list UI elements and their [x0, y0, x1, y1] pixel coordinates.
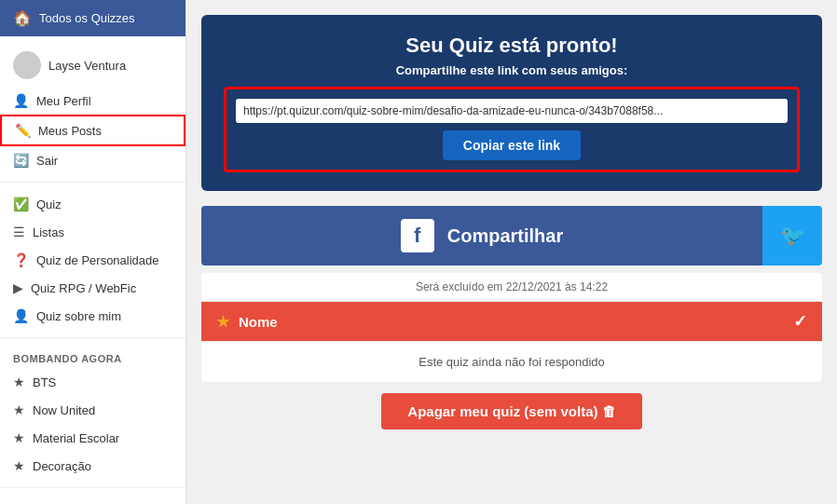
nome-star-icon: ★: [216, 313, 229, 331]
sidebar-item-listas[interactable]: ☰ Listas: [0, 218, 185, 246]
quiz-ready-title: Seu Quiz está pronto!: [224, 34, 800, 58]
sidebar-item-quiz-personalidade[interactable]: ❓ Quiz de Personalidade: [0, 246, 185, 274]
share-twitter-button[interactable]: 🐦: [762, 206, 822, 266]
sidebar-home-item[interactable]: 🏠 Todos os Quizzes: [0, 0, 185, 36]
logout-icon: 🔄: [13, 153, 29, 168]
star-empty-icon-3: ★: [13, 458, 25, 473]
sidebar-item-label: Listas: [33, 225, 64, 239]
star-empty-icon: ★: [13, 402, 25, 417]
nome-label: Nome: [239, 314, 278, 330]
sidebar-bombando-section: BOMBANDO AGORA ★ BTS ★ Now United ★ Mate…: [0, 338, 185, 488]
avatar: [13, 51, 41, 79]
nome-check-icon: ✓: [793, 311, 807, 332]
question-icon: ❓: [13, 252, 29, 267]
bombando-title: BOMBANDO AGORA: [0, 346, 185, 368]
list-icon: ☰: [13, 225, 25, 239]
sidebar-item-quiz-rpg[interactable]: ▶ Quiz RPG / WebFic: [0, 274, 185, 302]
play-icon: ▶: [13, 280, 23, 295]
sidebar-item-label: BTS: [33, 375, 56, 389]
quiz-icon: ✅: [13, 197, 29, 211]
quiz-not-answered: Este quiz ainda não foi respondido: [201, 341, 822, 382]
copy-link-button[interactable]: Copiar este link: [443, 130, 581, 160]
sidebar-item-quiz-sobre-mim[interactable]: 👤 Quiz sobre mim: [0, 302, 185, 330]
sidebar-item-label: Quiz RPG / WebFic: [31, 281, 136, 295]
delete-btn-row: Apagar meu quiz (sem volta) 🗑: [186, 382, 837, 441]
quiz-ready-subtitle: Compartilhe este link com seus amigos:: [224, 63, 800, 77]
delete-quiz-button[interactable]: Apagar meu quiz (sem volta) 🗑: [381, 393, 641, 429]
user-icon-2: 👤: [13, 308, 29, 323]
home-icon: 🏠: [13, 9, 32, 27]
sidebar-item-label: Quiz sobre mim: [36, 309, 121, 323]
sidebar-item-bts[interactable]: ★ BTS: [0, 368, 185, 396]
main-content: Seu Quiz está pronto! Compartilhe este l…: [186, 0, 837, 504]
nome-row: ★ Nome ✓: [201, 302, 822, 341]
sidebar-item-label: Quiz de Personalidade: [36, 253, 159, 267]
quiz-ready-card: Seu Quiz está pronto! Compartilhe este l…: [201, 15, 822, 191]
star-empty-icon-2: ★: [13, 430, 25, 445]
sidebar-item-label: Sair: [36, 154, 58, 168]
deletion-notice: Será excluído em 22/12/2021 às 14:22: [201, 273, 822, 302]
quiz-link-input[interactable]: [236, 99, 788, 123]
sidebar-item-label: Now United: [33, 403, 95, 417]
sidebar-item-label: Material Escolar: [33, 431, 119, 445]
sidebar-user: Layse Ventura: [0, 44, 185, 87]
sidebar-item-label: Quiz: [36, 198, 62, 211]
star-filled-icon: ★: [13, 375, 25, 389]
user-icon: 👤: [13, 93, 29, 108]
sidebar-item-quiz[interactable]: ✅ Quiz: [0, 190, 185, 218]
share-facebook-label: Compartilhar: [447, 225, 563, 247]
sidebar-item-material-escolar[interactable]: ★ Material Escolar: [0, 424, 185, 452]
share-facebook-button[interactable]: f Compartilhar: [201, 206, 762, 266]
sidebar-item-label: Decoração: [33, 459, 91, 473]
quiz-link-box: Copiar este link: [224, 87, 800, 172]
sidebar-item-sair[interactable]: 🔄 Sair: [0, 146, 185, 174]
sidebar-item-label: Meu Perfil: [36, 94, 91, 108]
twitter-icon: 🐦: [780, 224, 805, 248]
sidebar-create-section: ✅ Quiz ☰ Listas ❓ Quiz de Personalidade …: [0, 183, 185, 338]
sidebar-user-section: Layse Ventura 👤 Meu Perfil ✏️ Meus Posts…: [0, 36, 185, 183]
sidebar-item-label: Meus Posts: [38, 124, 102, 138]
sidebar: 🏠 Todos os Quizzes Layse Ventura 👤 Meu P…: [0, 0, 186, 504]
sidebar-item-now-united[interactable]: ★ Now United: [0, 396, 185, 424]
pencil-icon: ✏️: [15, 123, 31, 138]
sidebar-item-meus-posts[interactable]: ✏️ Meus Posts: [0, 115, 185, 146]
sidebar-username: Layse Ventura: [48, 59, 126, 73]
facebook-icon: f: [401, 219, 434, 252]
sidebar-item-meu-perfil[interactable]: 👤 Meu Perfil: [0, 87, 185, 115]
share-row: f Compartilhar 🐦: [201, 206, 822, 266]
sidebar-item-decoracao[interactable]: ★ Decoração: [0, 452, 185, 480]
sidebar-home-label: Todos os Quizzes: [39, 11, 135, 25]
